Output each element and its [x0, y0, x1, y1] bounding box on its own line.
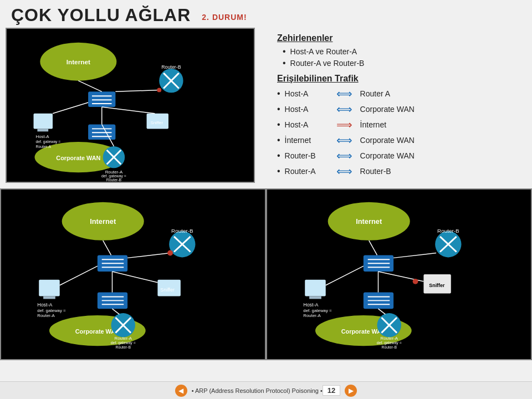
svg-text:Router-B: Router-B [106, 178, 122, 182]
svg-text:Router-B: Router-B [115, 345, 131, 349]
accessible-section: Erişilebilinen Trafik • Host-A ⟺ Router … [277, 74, 510, 178]
svg-text:Router-B: Router-B [161, 64, 181, 70]
svg-text:Router-B: Router-B [437, 228, 459, 234]
bottom-text: • ARP (Address Resolution Protocol) Pois… [192, 387, 323, 394]
bottom-left-network: Internet Corporate WAN Router-B Host-A d… [1, 190, 265, 359]
svg-text:Router-A: Router-A [114, 336, 132, 341]
page-subtitle: 2. DURUM! [202, 13, 247, 22]
bottom-bar: ◀ • ARP (Address Resolution Protocol) Po… [0, 381, 532, 399]
svg-point-73 [167, 250, 173, 256]
svg-text:Router-B: Router-B [381, 345, 397, 349]
right-panel: Zehirlenenler Host-A ve Router-A Router-… [266, 28, 521, 186]
access-row-6: • Router-A ⟺ Router-B [277, 165, 510, 178]
svg-point-110 [413, 279, 418, 284]
svg-text:Router-A: Router-A [303, 313, 321, 318]
svg-rect-9 [88, 91, 115, 107]
access-row-3: • Host-A ⟹ İnternet [277, 118, 510, 131]
svg-text:def. gateway =: def. gateway = [303, 308, 332, 313]
access-row-5: • Router-B ⟺ Corporate WAN [277, 149, 510, 162]
page-title: ÇOK YOLLU AĞLAR [11, 5, 191, 25]
svg-rect-54 [39, 280, 60, 296]
diagrams-row: Internet Corporate WAN Router-B Host-A d… [0, 188, 532, 360]
svg-text:Sniffer: Sniffer [160, 287, 175, 293]
prev-button[interactable]: ◀ [175, 385, 187, 397]
svg-text:Host-A: Host-A [37, 302, 52, 308]
page-number: 12 [323, 385, 340, 396]
svg-rect-91 [305, 280, 326, 296]
svg-text:def. gateway =: def. gateway = [111, 341, 136, 345]
poisoned-list: Host-A ve Router-A Router-A ve Router-B [283, 47, 510, 68]
svg-text:Router-A: Router-A [380, 336, 398, 341]
svg-text:Internet: Internet [356, 217, 382, 226]
access-row-4: • İnternet ⟺ Corporate WAN [277, 134, 510, 147]
svg-text:def. gateway =: def. gateway = [35, 140, 60, 144]
svg-text:Router-B: Router-B [171, 228, 193, 234]
poisoned-item-2: Router-A ve Router-B [283, 58, 510, 68]
accessible-title: Erişilebilinen Trafik [277, 74, 510, 84]
access-row-1: • Host-A ⟺ Router A [277, 87, 510, 100]
svg-rect-92 [309, 296, 321, 299]
svg-text:Host-A: Host-A [303, 302, 318, 308]
poisoned-item-1: Host-A ve Router-A [283, 47, 510, 57]
svg-rect-55 [43, 296, 55, 299]
bottom-left-diagram: Internet Corporate WAN Router-B Host-A d… [0, 188, 266, 360]
svg-text:def. gateway =: def. gateway = [37, 308, 66, 313]
svg-text:Host-A: Host-A [35, 134, 49, 139]
svg-rect-17 [34, 114, 53, 129]
svg-text:Corporate WAN: Corporate WAN [56, 155, 100, 161]
svg-point-36 [157, 88, 161, 92]
next-button[interactable]: ▶ [345, 385, 357, 397]
svg-text:Sniffer: Sniffer [150, 121, 163, 126]
svg-text:Sniffer: Sniffer [429, 283, 445, 288]
svg-text:Internet: Internet [90, 217, 116, 226]
top-diagram-panel: Internet Corporate WAN Router-B Host-A d… [6, 28, 255, 183]
access-row-2: • Host-A ⟺ Corporate WAN [277, 103, 510, 116]
svg-text:Router-A: Router-A [37, 313, 55, 318]
top-network-diagram: Internet Corporate WAN Router-B Host-A d… [7, 29, 254, 182]
bottom-right-network: Internet Corporate WAN Router-B Host-A d… [267, 190, 531, 359]
svg-text:def. gateway =: def. gateway = [377, 341, 402, 345]
svg-rect-18 [37, 129, 48, 131]
svg-text:Internet: Internet [66, 58, 90, 66]
bottom-right-diagram: Internet Corporate WAN Router-B Host-A d… [266, 188, 532, 360]
poisoned-title: Zehirlenenler [277, 33, 510, 43]
header: ÇOK YOLLU AĞLAR 2. DURUM! [0, 0, 532, 30]
svg-text:Router-A: Router-A [35, 145, 51, 149]
